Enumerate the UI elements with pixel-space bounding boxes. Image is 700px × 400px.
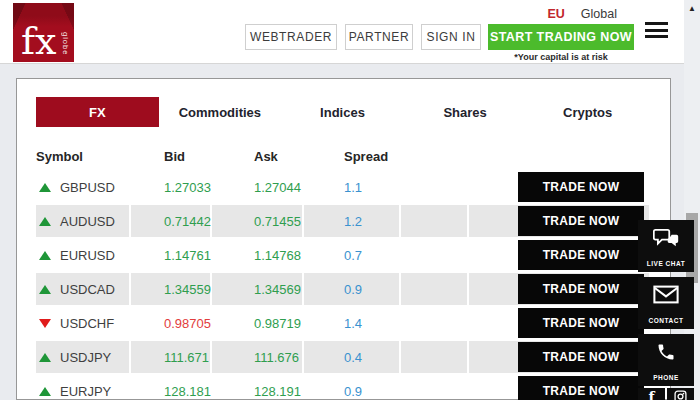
region-link-eu[interactable]: EU	[547, 7, 564, 21]
trend-up-icon	[39, 387, 51, 396]
col-bid: Bid	[131, 149, 210, 164]
symbol-label: USDCAD	[60, 282, 115, 297]
symbol-label: AUDUSD	[60, 214, 115, 229]
trade-now-button[interactable]: TRADE NOW	[518, 308, 644, 338]
ask-value: 111.676	[212, 341, 302, 373]
trend-up-icon	[39, 217, 51, 226]
table-header: Symbol Bid Ask Spread	[36, 149, 649, 164]
sign-in-button[interactable]: SIGN IN	[421, 24, 481, 50]
ask-value: 0.71455	[212, 205, 302, 237]
contact-label: CONTACT	[649, 317, 684, 324]
col-ask: Ask	[212, 149, 302, 164]
logo-globe-text: globe	[61, 32, 70, 55]
trade-now-button[interactable]: TRADE NOW	[518, 206, 644, 236]
trade-now-button[interactable]: TRADE NOW	[518, 274, 644, 304]
top-header: fx globe EU Global WEBTRADER PARTNER SIG…	[0, 0, 684, 64]
webtrader-button[interactable]: WEBTRADER	[245, 24, 337, 50]
fxglobe-logo[interactable]: fx globe	[13, 3, 74, 62]
bid-value: 1.34559	[131, 273, 210, 305]
instagram-icon[interactable]	[667, 388, 694, 400]
bid-value: 0.71442	[131, 205, 210, 237]
trend-up-icon	[39, 183, 51, 192]
contact-button[interactable]: CONTACT	[638, 277, 694, 329]
spread-value: 0.9	[304, 273, 399, 305]
bid-value: 111.671	[131, 341, 210, 373]
trend-up-icon	[39, 251, 51, 260]
region-switcher: EU Global	[547, 7, 617, 21]
phone-button[interactable]: PHONE	[638, 334, 694, 386]
col-spread: Spread	[304, 149, 399, 164]
ask-value: 1.27044	[212, 171, 302, 203]
ask-value: 0.98719	[212, 307, 302, 339]
ask-value: 128.191	[212, 375, 302, 400]
symbol-label: EURJPY	[60, 384, 111, 399]
phone-handset-icon	[656, 342, 676, 366]
trade-now-button[interactable]: TRADE NOW	[518, 342, 644, 372]
hamburger-menu-icon[interactable]	[645, 22, 668, 42]
chat-bubbles-icon	[653, 228, 679, 252]
scrollbar-up-arrow-icon[interactable]: ▲	[684, 4, 700, 13]
bid-value: 1.27033	[131, 171, 210, 203]
table-row: EURJPY 128.181 128.191 0.9 TRADE NOW	[36, 375, 649, 400]
table-row: USDCHF 0.98705 0.98719 1.4 TRADE NOW	[36, 307, 649, 339]
live-chat-button[interactable]: LIVE CHAT	[638, 220, 694, 272]
ask-value: 1.14768	[212, 239, 302, 271]
region-link-global[interactable]: Global	[581, 7, 617, 21]
tab-fx[interactable]: FX	[36, 97, 159, 127]
tab-cryptos[interactable]: Cryptos	[526, 97, 649, 127]
col-symbol: Symbol	[36, 149, 129, 164]
symbol-label: USDCHF	[60, 316, 114, 331]
tab-shares[interactable]: Shares	[404, 97, 527, 127]
spread-value: 1.4	[304, 307, 399, 339]
quotes-table: GBPUSD 1.27033 1.27044 1.1 TRADE NOW AUD…	[36, 171, 649, 400]
spread-value: 0.4	[304, 341, 399, 373]
spread-value: 1.2	[304, 205, 399, 237]
risk-disclaimer: *Your capital is at risk	[478, 52, 644, 62]
phone-label: PHONE	[653, 374, 679, 381]
table-row: EURUSD 1.14761 1.14768 0.7 TRADE NOW	[36, 239, 649, 271]
spread-value: 0.7	[304, 239, 399, 271]
trade-now-button[interactable]: TRADE NOW	[518, 240, 644, 270]
symbol-label: EURUSD	[60, 248, 115, 263]
quotes-card: FX Commodities Indices Shares Cryptos Sy…	[16, 78, 671, 400]
table-row: USDJPY 111.671 111.676 0.4 TRADE NOW	[36, 341, 649, 373]
partner-button[interactable]: PARTNER	[345, 24, 413, 50]
page: fx globe EU Global WEBTRADER PARTNER SIG…	[0, 0, 700, 400]
trade-now-button[interactable]: TRADE NOW	[518, 172, 644, 202]
table-row: GBPUSD 1.27033 1.27044 1.1 TRADE NOW	[36, 171, 649, 203]
spread-value: 0.9	[304, 375, 399, 400]
trade-now-button[interactable]: TRADE NOW	[518, 376, 644, 400]
tab-commodities[interactable]: Commodities	[159, 97, 282, 127]
spread-value: 1.1	[304, 171, 399, 203]
symbol-label: USDJPY	[60, 350, 111, 365]
bid-value: 0.98705	[131, 307, 210, 339]
ask-value: 1.34569	[212, 273, 302, 305]
facebook-icon[interactable]: f	[638, 388, 665, 400]
bid-value: 128.181	[131, 375, 210, 400]
start-trading-now-button[interactable]: START TRADING NOW	[488, 24, 634, 50]
table-row: AUDUSD 0.71442 0.71455 1.2 TRADE NOW	[36, 205, 649, 237]
live-chat-label: LIVE CHAT	[647, 260, 685, 267]
bid-value: 1.14761	[131, 239, 210, 271]
table-row: USDCAD 1.34559 1.34569 0.9 TRADE NOW	[36, 273, 649, 305]
instrument-tabs: FX Commodities Indices Shares Cryptos	[36, 97, 649, 127]
trend-down-icon	[39, 319, 51, 328]
symbol-label: GBPUSD	[60, 180, 115, 195]
trend-up-icon	[39, 353, 51, 362]
social-bar: f	[638, 388, 694, 400]
tab-indices[interactable]: Indices	[281, 97, 404, 127]
envelope-icon	[653, 285, 679, 308]
logo-fx-text: fx	[21, 22, 57, 60]
trend-up-icon	[39, 285, 51, 294]
